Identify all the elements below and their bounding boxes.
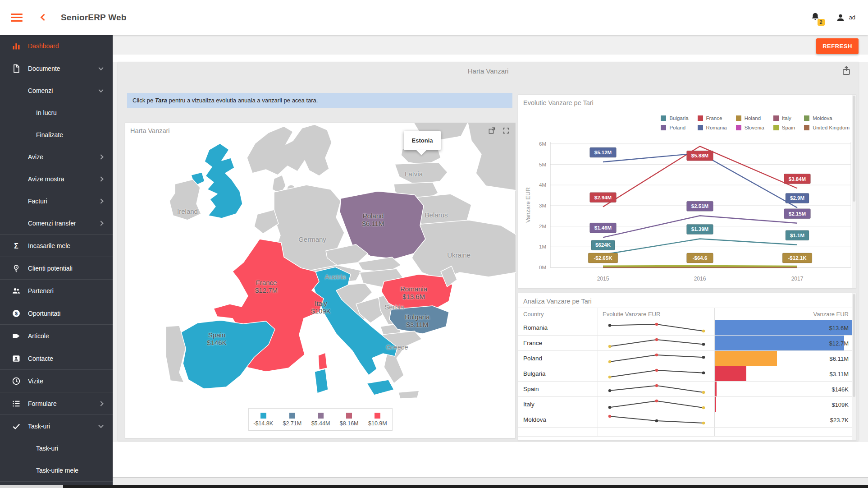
- cell-country: Spain: [518, 382, 598, 396]
- map-country-sicily[interactable]: [367, 380, 394, 395]
- svg-text:2015: 2015: [597, 276, 609, 282]
- value-bar: [715, 351, 777, 366]
- chart-data-label: $2.51M: [691, 203, 708, 209]
- sigma-icon: Σ: [12, 241, 21, 250]
- map-country-benelux[interactable]: [254, 210, 279, 234]
- fullscreen-icon[interactable]: [502, 127, 510, 134]
- column-header-vanzare[interactable]: Vanzare EUR: [715, 308, 853, 320]
- table-row-bulgaria[interactable]: Bulgaria$3.11M: [518, 366, 853, 382]
- sidebar-item-finalizate[interactable]: Finalizate: [0, 124, 113, 146]
- sidebar-item-articole[interactable]: Articole: [0, 325, 113, 347]
- cell-sparkline: [598, 412, 715, 427]
- sidebar-item-contacte[interactable]: Contacte: [0, 347, 113, 369]
- banner-link[interactable]: Tara: [155, 97, 167, 104]
- value-bar: [715, 412, 715, 427]
- chart-legend-item-spain[interactable]: Spain: [773, 125, 795, 130]
- table-row-moldova[interactable]: Moldova$23.7K: [518, 412, 853, 428]
- chart-line-spain[interactable]: [603, 266, 797, 267]
- table-row-romania[interactable]: Romania$13.6M: [518, 320, 853, 336]
- sidebar-item-parteneri[interactable]: Parteneri: [0, 280, 113, 302]
- sidebar-item-documente[interactable]: Documente: [0, 57, 113, 79]
- sidebar-item-vizite[interactable]: Vizite: [0, 370, 113, 392]
- table-row-poland[interactable]: Poland$6.11M: [518, 351, 853, 366]
- dollar-icon: $: [12, 309, 21, 318]
- sidebar-item-label: Articole: [28, 332, 49, 340]
- sales-table: Country Evolutie Vanzare EUR Vanzare EUR…: [518, 308, 853, 437]
- value-bar: [715, 397, 716, 412]
- map-country-bulgaria[interactable]: [389, 306, 449, 334]
- map-legend-item: $8.16M: [340, 413, 359, 427]
- chart-legend-item-france[interactable]: France: [698, 115, 727, 121]
- chart-legend-item-holand[interactable]: Holand: [736, 115, 764, 121]
- chart-legend-item-slovenia[interactable]: Slovenia: [736, 125, 764, 130]
- sidebar-item-dashboard[interactable]: Dashboard: [0, 35, 113, 57]
- sidebar-item-task-urile-mele[interactable]: Task-urile mele: [0, 459, 113, 481]
- notifications-button[interactable]: 2: [810, 11, 820, 24]
- map-country-latvia[interactable]: [395, 162, 448, 184]
- chart-legend-item-italy[interactable]: Italy: [773, 115, 795, 121]
- map-country-sardinia[interactable]: [315, 369, 328, 393]
- chart-data-label: -$64.6: [693, 255, 708, 261]
- user-menu[interactable]: ad: [836, 13, 855, 23]
- sidebar-item-task-uri[interactable]: Task-uri: [0, 415, 113, 437]
- sidebar-item-comenzi-transfer[interactable]: Comenzi transfer: [0, 212, 113, 234]
- table-row-france[interactable]: France$12.7M: [518, 336, 853, 351]
- map-legend: -$14.8K$2.71M$5.44M$8.16M$10.9M: [248, 408, 393, 431]
- map-country-ireland[interactable]: [169, 180, 201, 220]
- value-text: $23.7K: [830, 416, 849, 423]
- column-header-country[interactable]: Country: [518, 308, 598, 320]
- europe-map[interactable]: [125, 123, 516, 438]
- focus-mode-icon[interactable]: [488, 127, 496, 134]
- cell-sparkline: [598, 382, 715, 396]
- sidebar-item-facturi[interactable]: Facturi: [0, 190, 113, 212]
- chart-legend-item-bulgaria[interactable]: Bulgaria: [661, 115, 688, 121]
- table-row-spain[interactable]: Spain$146K: [518, 382, 853, 397]
- sidebar-item-in-lucru[interactable]: In lucru: [0, 101, 113, 124]
- horizontal-scrollbar[interactable]: [63, 485, 868, 488]
- refresh-button[interactable]: REFRESH: [816, 38, 859, 54]
- menu-icon[interactable]: [11, 14, 23, 22]
- check-icon: [12, 422, 21, 431]
- sidebar-item-clienti-potentiali[interactable]: Clienti potentiali: [0, 257, 113, 279]
- sidebar-item-task-uri[interactable]: Task-uri: [0, 437, 113, 459]
- sparkline: [603, 414, 711, 426]
- document-icon: [12, 64, 21, 73]
- chart-scrollbar[interactable]: [852, 95, 856, 288]
- sidebar-item-avize-mostra[interactable]: Avize mostra: [0, 168, 113, 190]
- chart-legend-item-romania[interactable]: Romania: [698, 125, 727, 130]
- map-country-corsica[interactable]: [318, 353, 327, 370]
- table-scrollbar[interactable]: [852, 293, 856, 440]
- map-country-united-kingdom[interactable]: [205, 143, 242, 218]
- chart-data-label: $3.84M: [789, 176, 806, 182]
- chart-line-romania[interactable]: [603, 153, 797, 207]
- chart-legend-item-poland[interactable]: Poland: [661, 125, 688, 130]
- export-icon[interactable]: [841, 65, 851, 75]
- table-row-italy[interactable]: Italy$109K: [518, 397, 853, 412]
- value-text: $13.6M: [829, 324, 849, 331]
- map-country-scandinavia[interactable]: [247, 124, 332, 176]
- map-panel: Harta Vanzari: [125, 122, 516, 438]
- sidebar-item-label: Facturi: [28, 198, 47, 205]
- sidebar-item-label: Avize: [28, 153, 43, 161]
- cell-sparkline: [598, 351, 715, 366]
- sidebar-item-formulare[interactable]: Formulare: [0, 392, 113, 414]
- value-text: $12.7M: [829, 340, 849, 346]
- legend-swatch: [375, 413, 380, 419]
- chevron-right-icon: [98, 198, 103, 203]
- sidebar-item-label: Dashboard: [28, 42, 59, 50]
- sidebar-item-avize[interactable]: Avize: [0, 146, 113, 168]
- sidebar-item-oportunitati[interactable]: $Oportunitati: [0, 302, 113, 324]
- cell-value: $3.11M: [715, 366, 853, 381]
- chart-legend: BulgariaFranceHolandItalyMoldovaPolandRo…: [661, 115, 850, 130]
- map-country-ukraine[interactable]: [412, 220, 516, 280]
- sidebar-item-comenzi[interactable]: Comenzi: [0, 79, 113, 101]
- footer-band: [113, 477, 868, 485]
- back-icon[interactable]: [41, 14, 48, 21]
- chart-data-label: -$12.1K: [788, 255, 807, 261]
- chart-legend-item-united-kingdom[interactable]: United Kingdom: [804, 125, 850, 130]
- map-country-greece[interactable]: [398, 391, 419, 399]
- sparkline: [603, 398, 711, 410]
- sidebar-item-incasarile-mele[interactable]: ΣIncasarile mele: [0, 235, 113, 257]
- chart-legend-item-moldova[interactable]: Moldova: [804, 115, 850, 121]
- column-header-evolutie[interactable]: Evolutie Vanzare EUR: [598, 308, 715, 320]
